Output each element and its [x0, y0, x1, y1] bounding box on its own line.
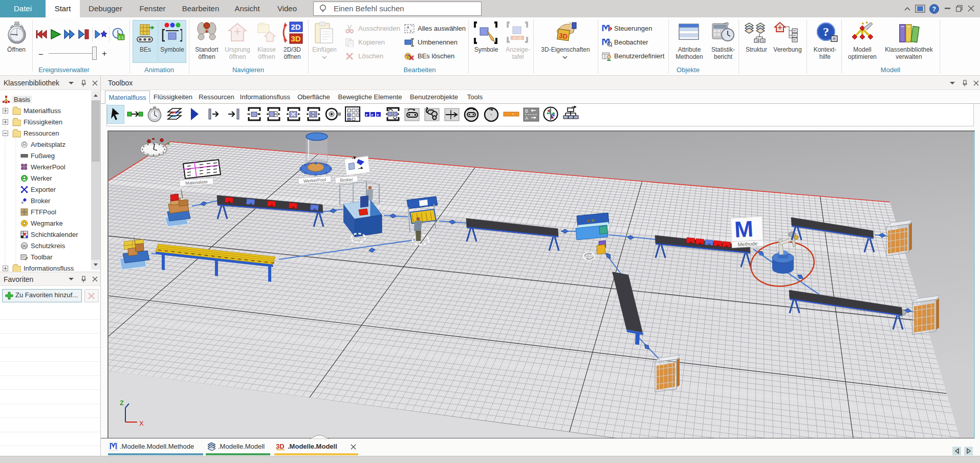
svg-text:B: B	[525, 108, 528, 114]
svg-text:R=10: R=10	[513, 36, 522, 40]
svg-text:c: c	[410, 29, 412, 32]
svg-text:3D: 3D	[558, 32, 568, 40]
svg-text:?: ?	[823, 25, 829, 38]
svg-text:X: X	[139, 420, 144, 427]
svg-text:Broker: Broker	[340, 177, 353, 183]
svg-text:A: A	[407, 26, 409, 29]
svg-text:3D: 3D	[276, 443, 285, 450]
svg-text:M: M	[734, 216, 754, 242]
svg-text:A: A	[525, 116, 528, 121]
svg-text:Methode: Methode	[737, 240, 758, 247]
svg-text:3D: 3D	[291, 34, 300, 43]
svg-text:2D: 2D	[291, 23, 300, 31]
svg-text:Z: Z	[120, 399, 124, 407]
svg-text:?: ?	[932, 6, 936, 13]
svg-text:1:1: 1:1	[118, 35, 124, 40]
